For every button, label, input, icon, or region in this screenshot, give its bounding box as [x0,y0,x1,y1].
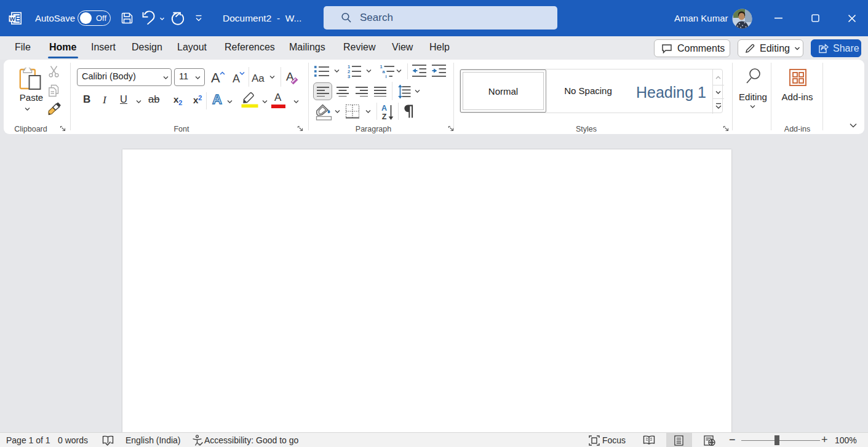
svg-text:Z: Z [382,113,387,121]
svg-text:A: A [381,104,387,113]
svg-text:3: 3 [348,74,350,79]
svg-text:A: A [212,92,222,107]
svg-text:i: i [385,74,386,79]
svg-text:W: W [10,15,15,22]
